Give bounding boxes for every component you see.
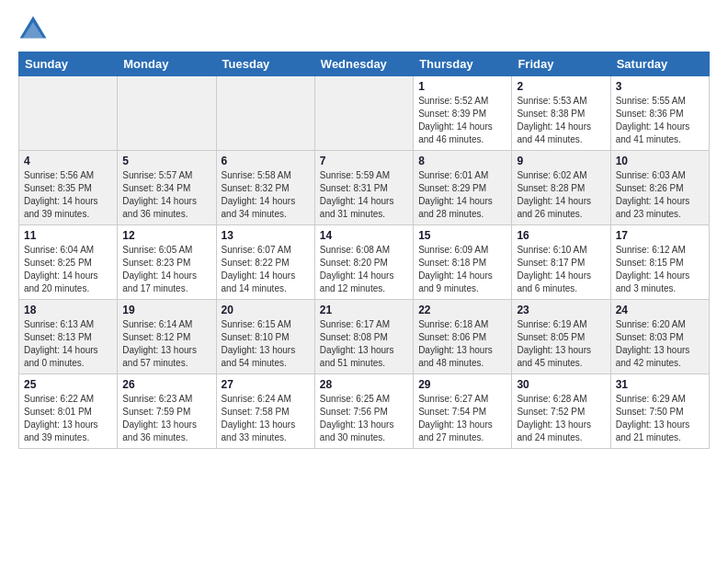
day-number: 4 (24, 155, 112, 167)
day-number: 5 (122, 155, 210, 167)
calendar-cell: 12Sunrise: 6:05 AM Sunset: 8:23 PM Dayli… (118, 225, 216, 300)
day-number: 1 (418, 80, 506, 93)
day-number: 28 (320, 378, 408, 391)
calendar-week-row: 4Sunrise: 5:56 AM Sunset: 8:35 PM Daylig… (19, 151, 710, 225)
calendar-cell (118, 76, 216, 151)
day-number: 27 (222, 378, 310, 391)
day-number: 8 (418, 155, 506, 167)
day-number: 11 (24, 229, 112, 242)
day-number: 26 (122, 378, 210, 391)
day-info: Sunrise: 6:02 AM Sunset: 8:28 PM Dayligh… (517, 169, 605, 221)
day-number: 7 (320, 155, 408, 167)
calendar-week-row: 25Sunrise: 6:22 AM Sunset: 8:01 PM Dayli… (19, 374, 710, 449)
day-info: Sunrise: 5:55 AM Sunset: 8:36 PM Dayligh… (616, 95, 704, 146)
calendar-cell (314, 76, 413, 151)
calendar-cell (19, 76, 118, 151)
calendar-week-row: 11Sunrise: 6:04 AM Sunset: 8:25 PM Dayli… (19, 225, 710, 300)
day-info: Sunrise: 6:27 AM Sunset: 7:54 PM Dayligh… (418, 393, 506, 444)
calendar-cell: 1Sunrise: 5:52 AM Sunset: 8:39 PM Daylig… (414, 76, 512, 151)
calendar-cell: 24Sunrise: 6:20 AM Sunset: 8:03 PM Dayli… (610, 300, 709, 374)
day-number: 15 (418, 229, 506, 242)
calendar-cell: 27Sunrise: 6:24 AM Sunset: 7:58 PM Dayli… (216, 374, 314, 449)
day-info: Sunrise: 6:03 AM Sunset: 8:26 PM Dayligh… (616, 169, 704, 221)
calendar-cell: 8Sunrise: 6:01 AM Sunset: 8:29 PM Daylig… (414, 151, 512, 225)
day-info: Sunrise: 6:29 AM Sunset: 7:50 PM Dayligh… (616, 393, 704, 444)
calendar-cell: 23Sunrise: 6:19 AM Sunset: 8:05 PM Dayli… (512, 300, 610, 374)
calendar-cell: 2Sunrise: 5:53 AM Sunset: 8:38 PM Daylig… (512, 76, 610, 151)
calendar-cell: 11Sunrise: 6:04 AM Sunset: 8:25 PM Dayli… (19, 225, 118, 300)
day-info: Sunrise: 6:07 AM Sunset: 8:22 PM Dayligh… (222, 244, 310, 295)
column-header-monday: Monday (118, 52, 216, 76)
day-info: Sunrise: 6:05 AM Sunset: 8:23 PM Dayligh… (122, 244, 210, 295)
day-info: Sunrise: 6:17 AM Sunset: 8:08 PM Dayligh… (320, 318, 408, 370)
calendar-cell: 19Sunrise: 6:14 AM Sunset: 8:12 PM Dayli… (118, 300, 216, 374)
calendar-cell: 30Sunrise: 6:28 AM Sunset: 7:52 PM Dayli… (512, 374, 610, 449)
calendar-cell: 31Sunrise: 6:29 AM Sunset: 7:50 PM Dayli… (610, 374, 709, 449)
page: SundayMondayTuesdayWednesdayThursdayFrid… (0, 0, 728, 458)
calendar-cell: 28Sunrise: 6:25 AM Sunset: 7:56 PM Dayli… (314, 374, 413, 449)
day-info: Sunrise: 6:19 AM Sunset: 8:05 PM Dayligh… (517, 318, 605, 370)
calendar-cell: 21Sunrise: 6:17 AM Sunset: 8:08 PM Dayli… (314, 300, 413, 374)
calendar-cell: 13Sunrise: 6:07 AM Sunset: 8:22 PM Dayli… (216, 225, 314, 300)
day-info: Sunrise: 6:18 AM Sunset: 8:06 PM Dayligh… (418, 318, 506, 370)
calendar-cell: 3Sunrise: 5:55 AM Sunset: 8:36 PM Daylig… (610, 76, 709, 151)
calendar-cell: 20Sunrise: 6:15 AM Sunset: 8:10 PM Dayli… (216, 300, 314, 374)
column-header-wednesday: Wednesday (314, 52, 413, 76)
day-number: 22 (418, 304, 506, 316)
day-number: 3 (616, 80, 704, 93)
day-number: 30 (517, 378, 605, 391)
calendar-cell: 15Sunrise: 6:09 AM Sunset: 8:18 PM Dayli… (414, 225, 512, 300)
day-number: 12 (122, 229, 210, 242)
day-info: Sunrise: 6:01 AM Sunset: 8:29 PM Dayligh… (418, 169, 506, 221)
day-number: 23 (517, 304, 605, 316)
column-header-saturday: Saturday (610, 52, 709, 76)
day-number: 21 (320, 304, 408, 316)
day-info: Sunrise: 6:23 AM Sunset: 7:59 PM Dayligh… (122, 393, 210, 444)
day-number: 18 (24, 304, 112, 316)
calendar-table: SundayMondayTuesdayWednesdayThursdayFrid… (18, 52, 710, 449)
calendar-cell: 5Sunrise: 5:57 AM Sunset: 8:34 PM Daylig… (118, 151, 216, 225)
day-info: Sunrise: 5:57 AM Sunset: 8:34 PM Dayligh… (122, 169, 210, 221)
day-number: 14 (320, 229, 408, 242)
calendar-cell: 7Sunrise: 5:59 AM Sunset: 8:31 PM Daylig… (314, 151, 413, 225)
column-header-tuesday: Tuesday (216, 52, 314, 76)
day-info: Sunrise: 6:10 AM Sunset: 8:17 PM Dayligh… (517, 244, 605, 295)
day-number: 13 (222, 229, 310, 242)
day-info: Sunrise: 6:08 AM Sunset: 8:20 PM Dayligh… (320, 244, 408, 295)
calendar-cell: 18Sunrise: 6:13 AM Sunset: 8:13 PM Dayli… (19, 300, 118, 374)
day-info: Sunrise: 5:59 AM Sunset: 8:31 PM Dayligh… (320, 169, 408, 221)
day-number: 20 (222, 304, 310, 316)
day-info: Sunrise: 6:15 AM Sunset: 8:10 PM Dayligh… (222, 318, 310, 370)
day-info: Sunrise: 6:22 AM Sunset: 8:01 PM Dayligh… (24, 393, 112, 444)
day-info: Sunrise: 5:53 AM Sunset: 8:38 PM Dayligh… (517, 95, 605, 146)
day-info: Sunrise: 6:09 AM Sunset: 8:18 PM Dayligh… (418, 244, 506, 295)
calendar-cell (216, 76, 314, 151)
column-header-friday: Friday (512, 52, 610, 76)
day-number: 25 (24, 378, 112, 391)
day-info: Sunrise: 6:28 AM Sunset: 7:52 PM Dayligh… (517, 393, 605, 444)
calendar-cell: 6Sunrise: 5:58 AM Sunset: 8:32 PM Daylig… (216, 151, 314, 225)
calendar-week-row: 18Sunrise: 6:13 AM Sunset: 8:13 PM Dayli… (19, 300, 710, 374)
calendar-cell: 29Sunrise: 6:27 AM Sunset: 7:54 PM Dayli… (414, 374, 512, 449)
day-info: Sunrise: 6:04 AM Sunset: 8:25 PM Dayligh… (24, 244, 112, 295)
calendar-cell: 4Sunrise: 5:56 AM Sunset: 8:35 PM Daylig… (19, 151, 118, 225)
calendar-cell: 16Sunrise: 6:10 AM Sunset: 8:17 PM Dayli… (512, 225, 610, 300)
day-info: Sunrise: 5:52 AM Sunset: 8:39 PM Dayligh… (418, 95, 506, 146)
logo (18, 15, 51, 44)
day-number: 24 (616, 304, 704, 316)
day-info: Sunrise: 6:12 AM Sunset: 8:15 PM Dayligh… (616, 244, 704, 295)
calendar-header-row: SundayMondayTuesdayWednesdayThursdayFrid… (19, 52, 710, 76)
column-header-sunday: Sunday (19, 52, 118, 76)
day-number: 17 (616, 229, 704, 242)
day-info: Sunrise: 6:24 AM Sunset: 7:58 PM Dayligh… (222, 393, 310, 444)
day-info: Sunrise: 6:20 AM Sunset: 8:03 PM Dayligh… (616, 318, 704, 370)
day-number: 9 (517, 155, 605, 167)
column-header-thursday: Thursday (414, 52, 512, 76)
day-info: Sunrise: 6:13 AM Sunset: 8:13 PM Dayligh… (24, 318, 112, 370)
day-number: 10 (616, 155, 704, 167)
calendar-cell: 22Sunrise: 6:18 AM Sunset: 8:06 PM Dayli… (414, 300, 512, 374)
logo-icon (18, 15, 48, 44)
day-info: Sunrise: 6:14 AM Sunset: 8:12 PM Dayligh… (122, 318, 210, 370)
day-number: 19 (122, 304, 210, 316)
calendar-cell: 9Sunrise: 6:02 AM Sunset: 8:28 PM Daylig… (512, 151, 610, 225)
